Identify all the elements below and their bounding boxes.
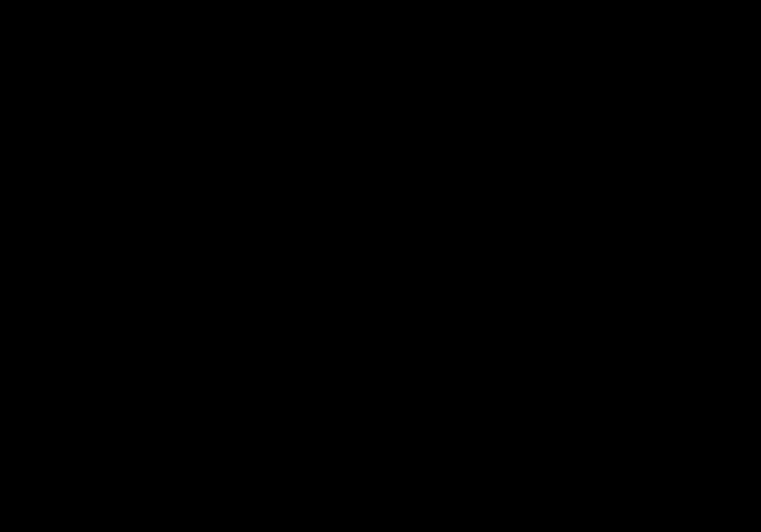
diagram bbox=[0, 0, 761, 532]
arrows-layer bbox=[0, 0, 761, 532]
